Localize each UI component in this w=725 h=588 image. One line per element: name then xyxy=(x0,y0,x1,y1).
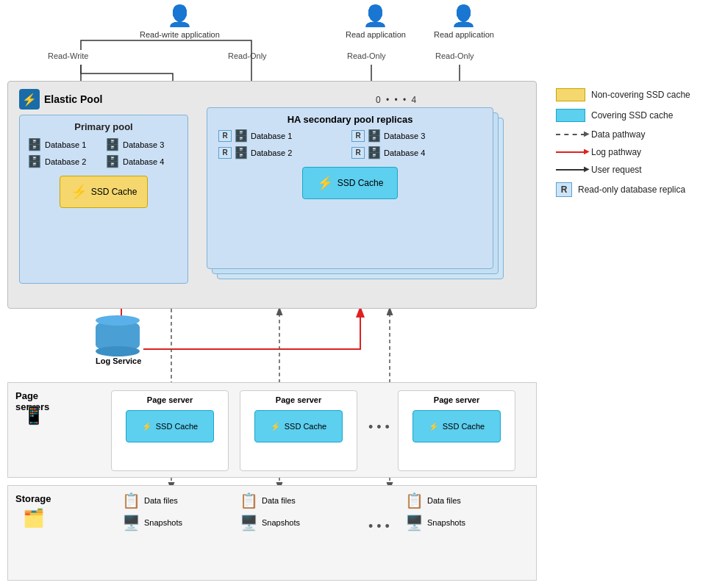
db4-icon: 🗄️ xyxy=(105,154,120,168)
snapshots-3-icon: 🖥️ xyxy=(405,514,424,531)
snapshots-2-icon: 🖥️ xyxy=(240,514,258,531)
ha-ssd-cache: ⚡ SSD Cache xyxy=(302,167,398,199)
snapshots-3: 🖥️ Snapshots xyxy=(405,514,465,531)
read-app2-person-icon: 👤 xyxy=(451,4,476,28)
legend-non-covering-box xyxy=(556,88,585,101)
data-files-3: 📋 Data files xyxy=(405,492,465,509)
ha-db3-label: Database 3 xyxy=(384,132,425,140)
ha-db4-label: Database 4 xyxy=(384,148,425,157)
page-server-3-cache: ⚡ SSD Cache xyxy=(413,410,501,442)
page-server-3-title: Page server xyxy=(434,395,479,404)
db1-icon: 🗄️ xyxy=(27,137,42,151)
storage-section: Storage 🗂️ 📋 Data files 🖥️ Snapshots 📋 D… xyxy=(7,485,537,581)
dots-separator-storage: • • • xyxy=(368,519,390,534)
readonly-label1: Read-Only xyxy=(347,51,386,60)
ha-db2-label: Database 2 xyxy=(251,148,292,157)
readonly-middle-label: Read-Only xyxy=(228,51,267,60)
page-server-2-title: Page server xyxy=(276,395,321,404)
page-server-1-title: Page server xyxy=(147,395,193,404)
legend-user-request: User request xyxy=(556,165,718,175)
data-files-1-label: Data files xyxy=(144,496,178,505)
legend-log-pathway-label: Log pathway xyxy=(591,147,641,157)
read-app1-group: 👤 Read application xyxy=(346,4,406,40)
readwrite-app-label: Read-write application xyxy=(140,29,220,40)
page-server-1-cache-label: SSD Cache xyxy=(156,422,198,431)
primary-pool-title: Primary pool xyxy=(20,115,188,136)
elastic-pool-title: ⚡ Elastic Pool xyxy=(19,89,102,110)
db2-label: Database 2 xyxy=(45,157,86,166)
ha-db-grid: R 🗄️ Database 1 R 🗄️ Database 3 R 🗄️ Dat… xyxy=(207,129,493,159)
legend-covering-label: Covering SSD cache xyxy=(591,110,673,121)
snapshots-2: 🖥️ Snapshots xyxy=(240,514,300,531)
page-server-2-cache-label: SSD Cache xyxy=(285,422,326,431)
legend-black-line xyxy=(556,169,585,171)
ha-ssd-icon: ⚡ xyxy=(317,175,333,191)
data-files-3-label: Data files xyxy=(427,496,461,505)
page-server-1-ssd-icon: ⚡ xyxy=(142,422,152,431)
snapshots-1-icon: 🖥️ xyxy=(122,514,140,531)
ha-db3-icon: 🗄️ xyxy=(367,129,382,143)
legend-covering: Covering SSD cache xyxy=(556,109,718,122)
legend-non-covering-label: Non-covering SSD cache xyxy=(591,90,690,100)
db4-label: Database 4 xyxy=(123,157,164,166)
log-service-container: Log Service xyxy=(96,320,141,365)
ha-stack: HA secondary pool replicas R 🗄️ Database… xyxy=(207,107,515,291)
ha-ssd-label: SSD Cache xyxy=(338,178,384,188)
ha-db1-label: Database 1 xyxy=(251,132,292,140)
storage-group-3: 📋 Data files 🖥️ Snapshots xyxy=(405,492,465,531)
ha-pool-title: HA secondary pool replicas xyxy=(207,108,493,129)
readwrite-connection-label: Read-Write xyxy=(48,51,88,60)
legend-r-box: R xyxy=(556,182,572,197)
legend-data-pathway: Data pathway xyxy=(556,129,718,140)
legend-readonly-replica-label: Read-only database replica xyxy=(578,184,685,195)
page-server-3-cache-label: SSD Cache xyxy=(443,422,485,431)
primary-db1: 🗄️ Database 1 xyxy=(27,137,102,151)
primary-db3: 🗄️ Database 3 xyxy=(105,137,180,151)
legend-log-pathway: Log pathway xyxy=(556,147,718,157)
readonly-label2: Read-Only xyxy=(435,51,474,60)
snapshots-3-label: Snapshots xyxy=(427,518,465,527)
primary-db-grid: 🗄️ Database 1 🗄️ Database 3 🗄️ Database … xyxy=(20,137,188,168)
data-files-2-label: Data files xyxy=(262,496,296,505)
r-badge-1: R xyxy=(218,130,232,142)
log-service-label: Log Service xyxy=(96,356,141,365)
db3-label: Database 3 xyxy=(123,140,164,149)
db1-label: Database 1 xyxy=(45,140,86,149)
diagram-area: Read-Write 👤 Read-write application Read… xyxy=(0,0,544,588)
legend-red-line xyxy=(556,151,585,153)
r-badge-2: R xyxy=(218,147,232,159)
ha-db3: R 🗄️ Database 3 xyxy=(351,129,482,143)
replica-range: 0 • • • 4 xyxy=(376,95,418,105)
r-badge-4: R xyxy=(351,147,365,159)
storage-label: Storage xyxy=(15,493,51,504)
ha-db4-icon: 🗄️ xyxy=(367,146,382,159)
page-server-2-ssd-icon: ⚡ xyxy=(271,422,281,431)
elastic-pool-icon: ⚡ xyxy=(19,89,40,110)
legend-non-covering: Non-covering SSD cache xyxy=(556,88,718,101)
read-app2-label: Read application xyxy=(434,29,494,40)
r-badge-3: R xyxy=(351,130,365,142)
read-app1-label: Read application xyxy=(346,29,406,40)
ha-db1-icon: 🗄️ xyxy=(234,129,249,143)
page-server-2: Page server ⚡ SSD Cache xyxy=(240,390,357,471)
primary-ssd-icon: ⚡ xyxy=(71,184,87,200)
storage-group-2: 📋 Data files 🖥️ Snapshots xyxy=(240,492,300,531)
ha-db1: R 🗄️ Database 1 xyxy=(218,129,349,143)
data-files-2-icon: 📋 xyxy=(240,492,258,509)
read-app1-person-icon: 👤 xyxy=(362,4,388,28)
data-files-1: 📋 Data files xyxy=(122,492,182,509)
legend-dotted-line xyxy=(556,134,585,135)
page-server-2-cache: ⚡ SSD Cache xyxy=(254,410,343,442)
snapshots-1-label: Snapshots xyxy=(144,518,182,527)
page-servers-icon: 📱 xyxy=(23,405,45,426)
page-server-1-cache: ⚡ SSD Cache xyxy=(126,410,214,442)
db3-icon: 🗄️ xyxy=(105,137,120,151)
legend-user-request-label: User request xyxy=(591,165,642,175)
legend-readonly-replica: R Read-only database replica xyxy=(556,182,718,197)
storage-icon: 🗂️ xyxy=(23,508,45,528)
data-files-3-icon: 📋 xyxy=(405,492,424,509)
db2-icon: 🗄️ xyxy=(27,154,42,168)
snapshots-1: 🖥️ Snapshots xyxy=(122,514,182,531)
primary-pool: Primary pool 🗄️ Database 1 🗄️ Database 3… xyxy=(19,115,188,284)
readwrite-person-icon: 👤 xyxy=(167,4,193,28)
